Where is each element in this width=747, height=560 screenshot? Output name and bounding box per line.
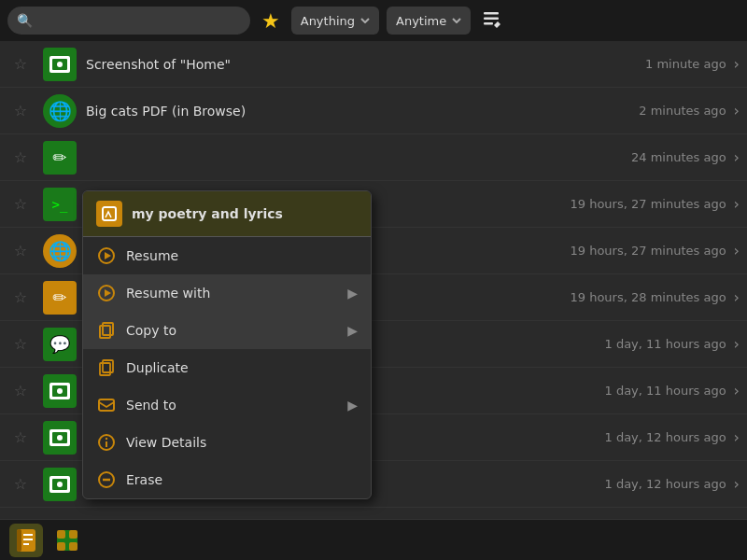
svg-point-10 <box>57 482 63 487</box>
chat-icon: 💬 <box>43 328 77 361</box>
list-item[interactable]: ☆ Screenshot of "Home" 1 minute ago › <box>0 41 747 88</box>
svg-rect-7 <box>51 431 68 444</box>
svg-point-4 <box>57 62 63 67</box>
item-time: 19 hours, 27 minutes ago <box>571 244 726 258</box>
svg-point-6 <box>57 388 63 394</box>
detail-chevron-icon[interactable]: › <box>734 55 740 73</box>
item-time: 1 minute ago <box>645 57 726 71</box>
svg-point-23 <box>106 438 107 440</box>
menu-item-label: Send to <box>126 398 338 413</box>
star-toggle[interactable]: ☆ <box>7 102 34 119</box>
duplicate-icon <box>96 357 117 378</box>
svg-rect-0 <box>484 12 499 15</box>
activity-icon-button[interactable] <box>50 524 84 557</box>
item-time: 19 hours, 27 minutes ago <box>571 197 726 211</box>
anything-dropdown[interactable]: Anything <box>291 7 379 35</box>
item-icon: 💬 <box>43 328 77 361</box>
toolbar: 🔍 ★ Anything Anytime <box>0 0 747 41</box>
item-time: 1 day, 11 hours ago <box>604 384 726 398</box>
menu-item-label: Resume <box>126 248 358 263</box>
list-item[interactable]: ☆ 🌐 Big cats PDF (in Browse) 2 minutes a… <box>0 88 747 134</box>
menu-item-resume-with[interactable]: Resume with ▶ <box>83 274 371 312</box>
star-toggle[interactable]: ☆ <box>7 475 34 493</box>
detail-chevron-icon[interactable]: › <box>734 428 740 446</box>
item-title: Screenshot of "Home" <box>86 57 645 72</box>
submenu-arrow-icon: ▶ <box>347 323 358 338</box>
star-toggle[interactable]: ☆ <box>7 428 34 446</box>
globe-orange-icon: 🌐 <box>43 234 77 268</box>
menu-item-erase[interactable]: Erase <box>83 461 371 498</box>
screenshot-icon-4 <box>43 468 77 501</box>
screenshot-icon-2 <box>43 374 77 408</box>
detail-chevron-icon[interactable]: › <box>734 242 740 259</box>
detail-chevron-icon[interactable]: › <box>734 102 740 119</box>
detail-chevron-icon[interactable]: › <box>734 148 740 166</box>
erase-icon <box>96 469 117 490</box>
write-activity-icon <box>101 205 118 222</box>
item-time: 1 day, 12 hours ago <box>604 430 726 444</box>
svg-rect-17 <box>103 323 113 335</box>
menu-item-view-details[interactable]: View Details <box>83 424 371 461</box>
menu-item-label: Duplicate <box>126 360 358 375</box>
globe-icon: 🌐 <box>43 94 77 128</box>
journal-list: ☆ Screenshot of "Home" 1 minute ago › ☆ … <box>0 41 747 519</box>
star-toggle[interactable]: ☆ <box>7 242 34 259</box>
item-icon <box>43 421 77 455</box>
anything-dropdown-label: Anything <box>301 14 355 28</box>
write-icon: ✏️ <box>43 141 77 175</box>
detail-chevron-icon[interactable]: › <box>734 382 740 399</box>
svg-rect-19 <box>103 360 113 372</box>
context-menu: my poetry and lyrics Resume Resume with … <box>82 190 372 499</box>
item-icon <box>43 48 77 81</box>
svg-marker-13 <box>105 252 111 259</box>
item-time: 24 minutes ago <box>631 150 726 164</box>
star-toggle[interactable]: ☆ <box>7 335 34 353</box>
resume-icon <box>96 245 117 266</box>
detail-chevron-icon[interactable]: › <box>734 288 740 306</box>
star-toggle[interactable]: ☆ <box>7 148 34 166</box>
journal-icon-button[interactable] <box>9 524 43 557</box>
edit-list-button[interactable] <box>482 8 502 33</box>
svg-rect-35 <box>69 542 78 551</box>
svg-rect-18 <box>100 363 110 375</box>
menu-item-copy-to[interactable]: Copy to ▶ <box>83 312 371 349</box>
menu-item-label: Resume with <box>126 286 338 301</box>
terminal-icon: >_ <box>43 188 77 221</box>
star-toggle[interactable]: ☆ <box>7 195 34 213</box>
star-toggle[interactable]: ☆ <box>7 288 34 306</box>
svg-rect-27 <box>17 529 21 552</box>
detail-chevron-icon[interactable]: › <box>734 475 740 493</box>
context-menu-title: my poetry and lyrics <box>132 206 283 221</box>
svg-rect-32 <box>57 530 65 539</box>
svg-rect-2 <box>484 22 493 25</box>
svg-rect-16 <box>100 326 110 338</box>
item-icon: ✏️ <box>43 141 77 175</box>
menu-item-send-to[interactable]: Send to ▶ <box>83 386 371 424</box>
copy-to-icon <box>96 320 117 341</box>
svg-point-8 <box>57 435 63 441</box>
edit-icon-svg <box>482 8 502 29</box>
detail-chevron-icon[interactable]: › <box>734 335 740 353</box>
search-box[interactable]: 🔍 <box>7 7 250 35</box>
favorites-star-button[interactable]: ★ <box>261 9 280 33</box>
context-menu-header: my poetry and lyrics <box>83 191 371 237</box>
menu-item-label: View Details <box>126 435 358 450</box>
item-icon: 🌐 <box>43 234 77 268</box>
search-input[interactable] <box>38 14 241 28</box>
star-toggle[interactable]: ☆ <box>7 382 34 399</box>
star-toggle[interactable]: ☆ <box>7 55 34 73</box>
search-icon: 🔍 <box>17 13 33 28</box>
activity-icon-svg <box>54 527 80 553</box>
send-to-icon <box>96 395 117 415</box>
svg-rect-33 <box>69 530 78 539</box>
svg-rect-5 <box>51 385 68 398</box>
view-details-icon <box>96 432 117 453</box>
menu-item-resume[interactable]: Resume <box>83 237 371 274</box>
list-item[interactable]: ☆ ✏️ 24 minutes ago › <box>0 134 747 181</box>
anytime-dropdown[interactable]: Anytime <box>387 7 471 35</box>
svg-rect-34 <box>57 542 65 551</box>
context-menu-item-icon <box>96 201 122 227</box>
resume-with-icon <box>96 283 117 303</box>
menu-item-duplicate[interactable]: Duplicate <box>83 349 371 386</box>
detail-chevron-icon[interactable]: › <box>734 195 740 213</box>
